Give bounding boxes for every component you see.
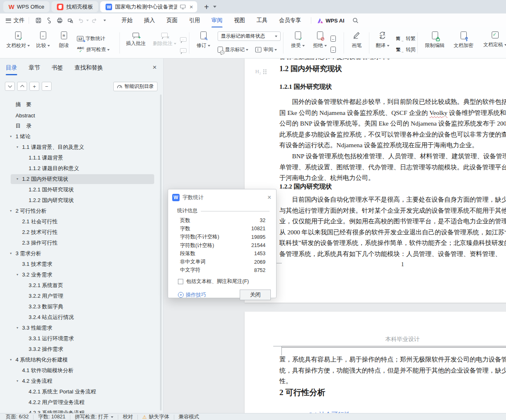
menu-tab[interactable]: 页面 — [161, 14, 183, 27]
toc-expand-icon[interactable]: ▼ — [16, 380, 19, 382]
toc-expand-icon[interactable]: ▼ — [9, 252, 12, 255]
read-aloud-button[interactable]: ≋ 朗读 — [54, 27, 74, 58]
menu-tab[interactable]: 工具 — [251, 14, 273, 27]
toc-item[interactable]: ▼ 4 系统结构化分析建模 — [0, 355, 160, 365]
word-count-button[interactable]: 12 字数统计 — [77, 34, 110, 44]
missing-font-warning[interactable]: 缺失字体 — [149, 413, 169, 420]
menu-tab[interactable]: 会员专享 — [273, 14, 307, 27]
toc-item[interactable]: 3.3.2 操作需求 — [0, 344, 160, 355]
track-changes-button[interactable]: ✎ 修订 — [192, 27, 214, 58]
close-tab-icon[interactable]: × — [189, 4, 194, 10]
toc-item[interactable]: 1.1.2 课题目的和意义 — [0, 163, 160, 174]
translate-group-launcher-icon[interactable]: ↘ — [409, 49, 412, 53]
compatibility-mode-indicator[interactable]: 兼容模式 — [179, 413, 199, 420]
toc-item[interactable]: 1.2.2 国内研究现状 — [0, 195, 160, 206]
toc-item[interactable]: 2.3 操作可行性 — [0, 238, 160, 248]
next-change-button[interactable]: → — [331, 45, 336, 55]
redo-button[interactable] — [89, 16, 99, 25]
compare-button[interactable]: ↔ 比较 — [32, 27, 54, 58]
sidebar-tab[interactable]: 书签 — [52, 64, 63, 72]
spell-check-button[interactable]: ABC✓ 拼写检查 — [77, 45, 110, 55]
ink-pen-button[interactable]: 画笔 — [346, 27, 367, 58]
wps-ai-button[interactable]: WPS AI — [317, 18, 344, 24]
toc-item[interactable]: 1.1.1 课题背景 — [0, 153, 160, 163]
toc-item[interactable]: 3.2.2 用户管理 — [0, 291, 160, 301]
toc-item[interactable]: 1.2.1 国外研究现状 — [0, 184, 160, 195]
sidebar-close-icon[interactable]: × — [153, 63, 157, 72]
doc-proofread-button[interactable]: a✓ 文档校对 — [4, 27, 32, 58]
document-page-1[interactable]: 备管理数据的记录，提高设备管理水平。 H₂ 1.2 国内外研究现状 1.2.1 … — [245, 58, 506, 303]
toc-expand-icon[interactable]: ▼ — [16, 326, 19, 329]
toc-expand-icon[interactable]: ▼ — [16, 146, 19, 148]
toc-expand-icon[interactable]: ▼ — [16, 273, 19, 276]
toc-expand-icon[interactable]: ▼ — [9, 358, 12, 361]
menu-tab[interactable]: 引用 — [183, 14, 206, 27]
word-count-indicator[interactable]: 字数: 10821 — [38, 413, 65, 420]
search-icon[interactable] — [350, 16, 361, 25]
chevron-down-icon[interactable] — [111, 416, 113, 418]
review-pane-button[interactable]: 审阅 — [255, 45, 277, 55]
toc-item[interactable]: 4.2.2 用户管理业务流程 — [0, 397, 160, 408]
reject-change-button[interactable]: ⊘ 拒绝 — [309, 27, 331, 58]
toc-item[interactable]: ▼ 3 需求分析 — [0, 248, 160, 259]
toc-item[interactable]: 目 录 — [0, 121, 160, 131]
toc-item[interactable]: 4.1 软件功能模块分析 — [0, 365, 160, 376]
sidebar-tab[interactable]: 查找和替换 — [74, 64, 103, 72]
accept-change-button[interactable]: ✓ 接受 — [286, 27, 309, 58]
toc-item[interactable]: ▼ 3.3 性能需求 — [0, 323, 160, 333]
zoom-out-button[interactable]: − — [42, 82, 52, 91]
delete-comment-button[interactable]: × 删除批注 — [149, 27, 180, 58]
translate-button[interactable]: 文A 翻译 — [371, 27, 394, 58]
tab-wps-home[interactable]: W WPS Office — [3, 1, 49, 12]
print-button[interactable] — [54, 16, 65, 25]
menu-tab[interactable]: 插入 — [138, 14, 161, 27]
new-tab-button[interactable]: + — [204, 3, 209, 11]
toc-expand-icon[interactable]: ▼ — [9, 135, 12, 138]
toc-item[interactable]: ▼ 2 可行性分析 — [0, 206, 160, 216]
restrict-editing-button[interactable]: 限制编辑 — [421, 27, 449, 58]
toc-item[interactable]: 摘 要 — [0, 99, 160, 110]
collapse-all-button[interactable] — [5, 82, 15, 91]
finalize-document-button[interactable]: ✓ 文档定稿 — [478, 27, 506, 58]
show-markup-button[interactable]: 💬 显示标记 — [218, 45, 248, 55]
insert-comment-button[interactable]: + 插入批注 — [123, 27, 149, 58]
save-button[interactable] — [33, 16, 44, 25]
close-button[interactable]: 关闭 — [240, 290, 271, 300]
tips-link[interactable]: 操作技巧 — [178, 292, 206, 299]
menu-tab[interactable]: 开始 — [116, 14, 138, 27]
menu-tab[interactable]: 视图 — [228, 14, 251, 27]
previous-change-button[interactable]: ← — [331, 34, 336, 44]
dialog-title-bar[interactable]: W 字数统计 × — [168, 189, 276, 204]
toc-expand-icon[interactable]: ▼ — [9, 209, 12, 212]
expand-all-button[interactable] — [17, 82, 27, 91]
dialog-close-icon[interactable]: × — [268, 194, 271, 201]
markup-state-select[interactable]: 显示标记的最终状态 — [218, 31, 281, 41]
proofread-button[interactable]: 校对 — [123, 413, 133, 420]
zoom-in-button[interactable]: + — [29, 82, 39, 91]
quick-access-chevron-icon[interactable] — [99, 16, 110, 25]
toc-item[interactable]: ▼ 3.2 业务需求 — [0, 270, 160, 280]
toc-item[interactable]: Abstract — [0, 110, 160, 121]
include-footnotes-option[interactable]: 包括文本框、脚注和尾注(F) — [178, 278, 276, 285]
present-screen-icon[interactable] — [180, 4, 186, 9]
to-simplified-button[interactable]: 繁 转简 — [396, 45, 416, 55]
toc-item[interactable]: 4.2.1 系统主 Portal 业务流程 — [0, 386, 160, 397]
toc-item[interactable]: 2.1 社会可行性 — [0, 216, 160, 227]
print-preview-button[interactable] — [65, 16, 76, 25]
toc-item[interactable]: ▼ 1 绪论 — [0, 131, 160, 142]
sidebar-tab[interactable]: 目录 — [6, 64, 17, 72]
menu-tab[interactable]: 审阅 — [206, 14, 228, 27]
sidebar-tab[interactable]: 章节 — [29, 64, 40, 72]
heading-level-marker[interactable]: H₂ — [255, 68, 267, 75]
export-pdf-button[interactable] — [44, 16, 54, 25]
toc-item[interactable]: 2.2 技术可行性 — [0, 227, 160, 238]
toc-item[interactable]: 3.2.4 站点运行情况 — [0, 312, 160, 323]
toc-item[interactable]: ▼ 4.2 业务流程 — [0, 376, 160, 386]
smart-toc-button[interactable]: 智能识别目录 — [113, 82, 157, 91]
document-page-2[interactable]: 本科毕业设计 置，系统具有容易上手，易于操作的特点；郑州无极限软件开发公司的电力… — [245, 312, 506, 413]
file-menu-button[interactable]: 文件 — [6, 17, 25, 24]
toc-item[interactable]: ▼ 1.2 国内外研究现状 — [0, 174, 160, 184]
toc-item[interactable]: ▼ 1.1 课题背景、目的及意义 — [0, 142, 160, 153]
toc-expand-icon[interactable]: ▼ — [16, 177, 19, 180]
undo-button[interactable] — [76, 16, 86, 25]
